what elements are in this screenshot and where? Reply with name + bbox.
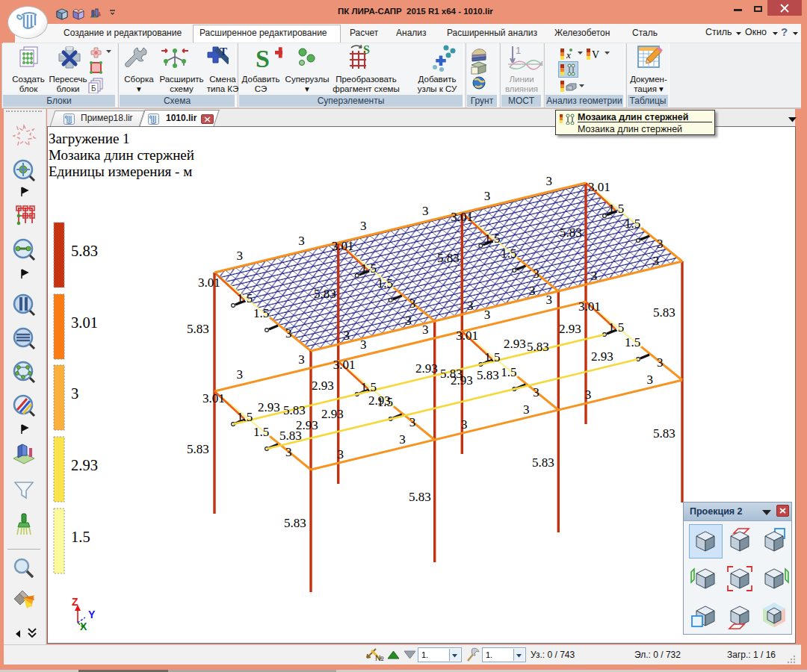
svg-text:3: 3 xyxy=(360,219,367,233)
svg-text:2.93: 2.93 xyxy=(451,373,473,388)
svg-text:3: 3 xyxy=(409,415,416,429)
svg-text:3: 3 xyxy=(236,249,243,263)
svg-text:T: T xyxy=(220,46,227,57)
svg-text:1: 1 xyxy=(516,45,521,56)
svg-text:3: 3 xyxy=(71,385,78,402)
svg-text:3: 3 xyxy=(422,323,429,337)
svg-text:1.5: 1.5 xyxy=(237,291,253,305)
svg-text:2.93: 2.93 xyxy=(504,337,526,351)
svg-text:V: V xyxy=(592,49,599,60)
svg-text:5.83: 5.83 xyxy=(477,368,499,382)
svg-text:Y: Y xyxy=(88,609,96,620)
svg-text:X: X xyxy=(80,620,87,632)
svg-text:1.5: 1.5 xyxy=(253,425,269,439)
svg-text:3: 3 xyxy=(484,308,491,322)
svg-text:3.01: 3.01 xyxy=(588,180,610,194)
svg-text:2.93: 2.93 xyxy=(258,400,280,414)
svg-text:2.93: 2.93 xyxy=(321,407,344,421)
svg-text:3.01: 3.01 xyxy=(451,210,473,224)
svg-text:3: 3 xyxy=(422,204,429,218)
svg-text:5.83: 5.83 xyxy=(187,322,209,336)
svg-text:3.01: 3.01 xyxy=(332,239,354,253)
svg-text:Б: Б xyxy=(91,84,96,93)
svg-text:5.83: 5.83 xyxy=(653,305,675,320)
svg-text:3: 3 xyxy=(546,293,553,307)
svg-text:3: 3 xyxy=(647,373,654,387)
svg-text:3: 3 xyxy=(585,388,592,402)
svg-text:5.83: 5.83 xyxy=(314,287,336,301)
svg-text:3: 3 xyxy=(484,189,491,203)
svg-text:3: 3 xyxy=(657,237,664,251)
svg-text:3.01: 3.01 xyxy=(71,314,98,331)
svg-text:2.93: 2.93 xyxy=(415,361,438,376)
svg-text:3: 3 xyxy=(236,367,243,382)
svg-text:5.83: 5.83 xyxy=(437,251,460,265)
svg-text:3: 3 xyxy=(533,385,539,399)
svg-text:5.83: 5.83 xyxy=(283,403,306,417)
svg-text:1.5: 1.5 xyxy=(625,335,640,349)
svg-text:5.83: 5.83 xyxy=(532,455,554,470)
svg-text:1.5: 1.5 xyxy=(71,529,90,545)
svg-text:3: 3 xyxy=(529,284,536,298)
svg-text:1.5: 1.5 xyxy=(253,306,269,320)
svg-text:2.93: 2.93 xyxy=(312,379,334,393)
svg-text:1.5: 1.5 xyxy=(377,276,393,290)
svg-text:3: 3 xyxy=(467,299,474,313)
svg-text:3: 3 xyxy=(285,445,292,459)
svg-text:3: 3 xyxy=(360,337,367,352)
svg-text:1.5: 1.5 xyxy=(484,350,500,364)
svg-text:3.01: 3.01 xyxy=(202,391,225,405)
svg-text:5.83: 5.83 xyxy=(187,442,209,456)
svg-text:1.5: 1.5 xyxy=(237,410,253,424)
svg-text:3: 3 xyxy=(523,402,530,417)
svg-text:2.93: 2.93 xyxy=(71,457,98,473)
svg-text:3.01: 3.01 xyxy=(578,299,601,314)
svg-text:3: 3 xyxy=(285,326,292,340)
svg-text:Единицы измерения - м: Единицы измерения - м xyxy=(49,164,192,179)
svg-text:3.01: 3.01 xyxy=(333,358,356,372)
svg-text:2.93: 2.93 xyxy=(591,349,613,364)
svg-text:1.5: 1.5 xyxy=(501,365,516,379)
svg-text:2.93: 2.93 xyxy=(368,393,391,408)
svg-text:5.83: 5.83 xyxy=(284,516,306,530)
svg-text:1.5: 1.5 xyxy=(608,202,624,216)
svg-text:3: 3 xyxy=(343,329,350,343)
svg-text:3: 3 xyxy=(461,417,468,432)
svg-text:3: 3 xyxy=(405,314,412,328)
svg-text:3: 3 xyxy=(546,174,553,188)
svg-text:5.83: 5.83 xyxy=(279,429,302,443)
svg-text:1.5: 1.5 xyxy=(501,246,516,261)
svg-text:1.5: 1.5 xyxy=(361,380,377,394)
svg-text:1.5: 1.5 xyxy=(484,231,500,246)
svg-text:Z: Z xyxy=(72,596,78,608)
svg-text:1.5: 1.5 xyxy=(625,217,640,231)
svg-text:S: S xyxy=(256,45,270,72)
svg-text:1.5: 1.5 xyxy=(608,320,624,335)
svg-text:3: 3 xyxy=(653,254,660,268)
svg-text:3: 3 xyxy=(533,267,539,281)
svg-text:Мозаика длин стержней: Мозаика длин стержней xyxy=(49,147,194,163)
svg-text:3: 3 xyxy=(298,234,305,248)
svg-text:1.5: 1.5 xyxy=(361,261,377,276)
svg-text:2.93: 2.93 xyxy=(559,322,581,336)
svg-text:3: 3 xyxy=(409,296,416,311)
svg-text:3.01: 3.01 xyxy=(456,329,478,343)
svg-text:5.83: 5.83 xyxy=(409,490,431,504)
svg-text:5.83: 5.83 xyxy=(560,225,582,240)
svg-text:S: S xyxy=(363,43,370,56)
svg-text:3.01: 3.01 xyxy=(198,276,220,290)
svg-text:3: 3 xyxy=(657,355,664,370)
svg-text:5.83: 5.83 xyxy=(527,340,549,354)
svg-text:Загружение 1: Загружение 1 xyxy=(49,131,130,146)
svg-text:3: 3 xyxy=(591,269,598,283)
svg-text:3: 3 xyxy=(399,432,406,447)
svg-text:5.83: 5.83 xyxy=(71,243,98,259)
svg-text:3: 3 xyxy=(298,352,305,367)
svg-text:5.83: 5.83 xyxy=(653,426,675,441)
svg-text:№: № xyxy=(375,653,384,662)
svg-text:3: 3 xyxy=(337,447,344,461)
